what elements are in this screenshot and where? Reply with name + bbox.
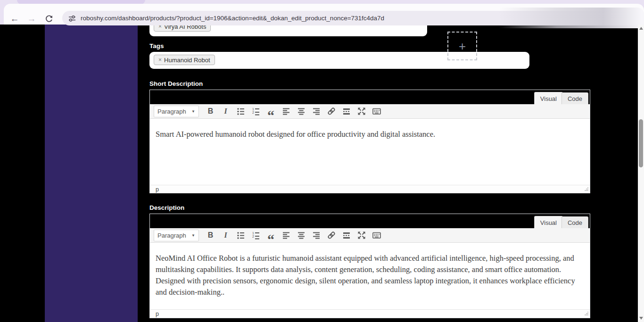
keyboard-icon: [372, 231, 381, 240]
category-input[interactable]: × Virya AI Robots: [149, 25, 427, 36]
toolbar-toggle-button[interactable]: [370, 105, 383, 117]
align-center-icon: [297, 107, 306, 116]
editor-tabs: Visual Code: [150, 90, 590, 104]
tab-code[interactable]: Code: [561, 216, 588, 228]
align-right-icon: [312, 231, 321, 240]
description-content[interactable]: NeoMind AI Office Robot is a futuristic …: [150, 243, 590, 309]
editor-status-bar: p: [150, 309, 590, 318]
scroll-down-icon[interactable]: [639, 317, 643, 320]
tags-label: Tags: [149, 42, 164, 50]
dashboard-sidebar: [45, 25, 138, 322]
read-more-icon: [342, 231, 351, 240]
read-more-button[interactable]: [339, 105, 353, 117]
chevron-down-icon: ▼: [191, 233, 195, 238]
paragraph-dropdown-value: Paragraph: [157, 108, 186, 115]
editor-tabs: Visual Code: [150, 214, 590, 228]
svg-text:1: 1: [252, 107, 254, 111]
fullscreen-button[interactable]: [355, 229, 368, 241]
bold-icon: B: [208, 231, 214, 239]
numbered-list-icon: 1 2: [251, 107, 261, 116]
browser-toolbar: ← → roboshy.com/dashboard/products/?prod…: [4, 4, 644, 25]
align-center-button[interactable]: [294, 105, 308, 117]
read-more-button[interactable]: [339, 229, 353, 241]
editor-path: p: [156, 186, 159, 193]
svg-text:2: 2: [252, 235, 254, 238]
svg-text:2: 2: [252, 111, 254, 114]
blockquote-button[interactable]: “: [264, 105, 278, 117]
link-icon: [327, 107, 336, 116]
reload-button[interactable]: [42, 13, 55, 25]
browser-chrome: ← → roboshy.com/dashboard/products/?prod…: [0, 0, 644, 25]
short-description-content[interactable]: Smart AI-powered humanoid robot designed…: [150, 119, 590, 185]
bullet-list-icon: [236, 107, 246, 116]
tag-chip[interactable]: × Humanoid Robot: [154, 55, 215, 65]
align-right-button[interactable]: [309, 229, 323, 241]
align-left-button[interactable]: [279, 105, 293, 117]
italic-button[interactable]: I: [219, 105, 232, 117]
back-button[interactable]: ←: [8, 13, 21, 25]
italic-icon: I: [224, 231, 227, 239]
italic-button[interactable]: I: [219, 229, 232, 241]
bold-icon: B: [208, 107, 214, 116]
align-center-button[interactable]: [294, 229, 308, 241]
chevron-down-icon: ▼: [191, 109, 195, 114]
forward-button[interactable]: →: [25, 13, 38, 25]
reload-icon: [44, 14, 53, 24]
add-image-button[interactable]: +: [447, 32, 477, 60]
svg-text:1: 1: [252, 231, 254, 235]
align-left-icon: [281, 231, 291, 240]
align-center-icon: [297, 231, 306, 240]
keyboard-icon: [372, 107, 381, 116]
paragraph-dropdown[interactable]: Paragraph ▼: [154, 230, 199, 241]
numbered-list-button[interactable]: 1 2: [249, 105, 263, 117]
editor-status-bar: p: [150, 185, 590, 193]
paragraph-dropdown-value: Paragraph: [157, 232, 186, 239]
description-label: Description: [149, 204, 184, 211]
tag-chip-label: Humanoid Robot: [164, 57, 210, 64]
back-icon: ←: [10, 14, 19, 24]
short-description-editor: Visual Code Paragraph ▼ B I 1 2: [149, 90, 590, 193]
scroll-up-icon[interactable]: [639, 27, 643, 30]
link-button[interactable]: [324, 229, 338, 241]
numbered-list-button[interactable]: 1 2: [249, 229, 263, 241]
page-scrollbar[interactable]: [638, 25, 644, 322]
forward-icon: →: [27, 14, 36, 24]
numbered-list-icon: 1 2: [251, 231, 261, 240]
align-left-button[interactable]: [279, 229, 293, 241]
remove-chip-icon[interactable]: ×: [158, 57, 162, 63]
resize-grip-icon[interactable]: [583, 311, 589, 317]
fullscreen-icon: [357, 231, 366, 240]
tab-code[interactable]: Code: [561, 92, 588, 104]
link-icon: [327, 231, 336, 240]
fullscreen-icon: [357, 107, 366, 116]
fullscreen-button[interactable]: [355, 105, 368, 117]
plus-icon: +: [459, 40, 466, 52]
toolbar-toggle-button[interactable]: [370, 229, 383, 241]
editor-toolbar: Paragraph ▼ B I 1 2 “: [150, 228, 590, 243]
align-left-icon: [281, 107, 291, 116]
category-chip[interactable]: × Virya AI Robots: [154, 25, 211, 32]
bold-button[interactable]: B: [204, 105, 217, 117]
paragraph-dropdown[interactable]: Paragraph ▼: [154, 106, 199, 117]
blockquote-button[interactable]: “: [264, 229, 278, 241]
tab-visual[interactable]: Visual: [534, 216, 563, 228]
italic-icon: I: [224, 107, 227, 116]
site-settings-icon[interactable]: [67, 14, 77, 23]
url-bar[interactable]: roboshy.com/dashboard/products/?product_…: [62, 11, 641, 25]
link-button[interactable]: [324, 105, 338, 117]
align-right-icon: [312, 107, 321, 116]
scrollbar-thumb[interactable]: [639, 119, 643, 167]
read-more-icon: [342, 107, 351, 116]
bullet-list-button[interactable]: [234, 105, 248, 117]
resize-grip-icon[interactable]: [583, 187, 589, 192]
bullet-list-button[interactable]: [234, 229, 248, 241]
editor-path: p: [156, 311, 159, 317]
dashboard-page: × Virya AI Robots Tags × Humanoid Robot …: [0, 25, 638, 322]
description-editor: Visual Code Paragraph ▼ B I 1 2: [149, 214, 590, 318]
bold-button[interactable]: B: [204, 229, 217, 241]
url-text: roboshy.com/dashboard/products/?product_…: [81, 15, 384, 22]
editor-toolbar: Paragraph ▼ B I 1 2 “: [150, 104, 590, 119]
align-right-button[interactable]: [309, 105, 323, 117]
tab-visual[interactable]: Visual: [534, 92, 563, 104]
short-description-label: Short Description: [149, 80, 203, 87]
